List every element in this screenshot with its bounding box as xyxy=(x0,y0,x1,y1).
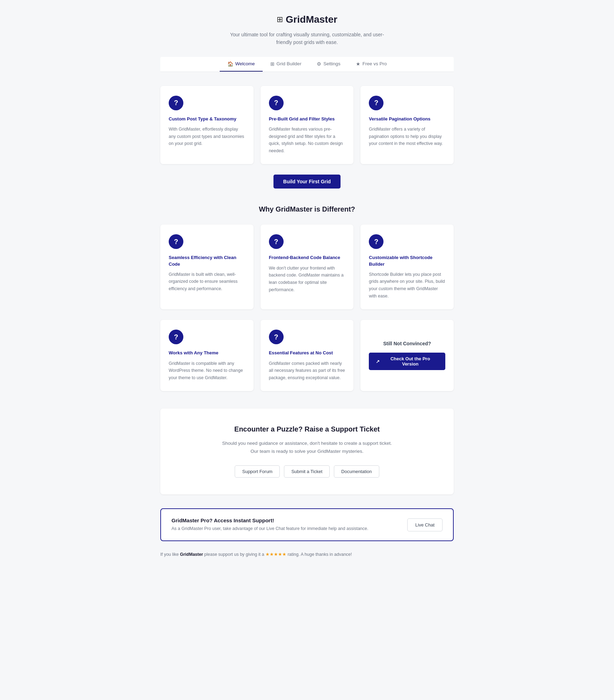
tab-free-vs-pro[interactable]: ★ Free vs Pro xyxy=(348,57,395,72)
cta-section: Build Your First Grid xyxy=(160,175,454,189)
external-link-icon: ↗ xyxy=(376,359,380,364)
question-icon-5: ? xyxy=(269,234,284,249)
support-section-desc: Should you need guidance or assistance, … xyxy=(174,440,440,456)
card-any-theme: ? Works with Any Theme GridMaster is com… xyxy=(160,320,254,391)
why-section-title: Why GridMaster is Different? xyxy=(160,205,454,213)
card-pre-built-grid-desc: GridMaster features various pre-designed… xyxy=(269,126,345,155)
support-section: Encounter a Puzzle? Raise a Support Tick… xyxy=(160,408,454,494)
live-chat-desc: As a GridMaster Pro user, take advantage… xyxy=(171,525,368,532)
card-custom-post-type-title: Custom Post Type & Taxonomy xyxy=(169,116,245,122)
question-icon-3: ? xyxy=(369,96,383,110)
check-out-pro-label: Check Out the Pro Version xyxy=(382,356,438,367)
logo-icon: ⊞ xyxy=(277,15,283,24)
card-code-balance-desc: We don't clutter your frontend with back… xyxy=(269,265,345,294)
card-pagination-title: Versatile Pagination Options xyxy=(369,116,445,122)
tab-settings[interactable]: ⚙ Settings xyxy=(309,57,348,72)
promo-card: Still Not Convinced? ↗ Check Out the Pro… xyxy=(360,320,454,391)
header-subtitle: Your ultimate tool for crafting visually… xyxy=(227,31,387,46)
card-pre-built-grid: ? Pre-Built Grid and Filter Styles GridM… xyxy=(261,86,354,164)
why-cards-top: ? Seamless Efficiency with Clean Code Gr… xyxy=(160,224,454,309)
card-pagination: ? Versatile Pagination Options GridMaste… xyxy=(360,86,454,164)
logo-text: GridMaster xyxy=(286,14,337,25)
card-clean-code-title: Seamless Efficiency with Clean Code xyxy=(169,255,245,267)
why-section: Why GridMaster is Different? ? Seamless … xyxy=(160,205,454,391)
card-free-features-desc: GridMaster comes packed with nearly all … xyxy=(269,360,345,382)
question-icon-1: ? xyxy=(169,96,183,110)
live-chat-info: GridMaster Pro? Access Instant Support! … xyxy=(171,517,368,532)
promo-card-title: Still Not Convinced? xyxy=(383,341,431,346)
build-first-grid-button[interactable]: Build Your First Grid xyxy=(273,175,341,189)
question-icon-2: ? xyxy=(269,96,284,110)
live-chat-title: GridMaster Pro? Access Instant Support! xyxy=(171,517,368,523)
star-icon: ★ xyxy=(356,61,360,67)
card-clean-code-desc: GridMaster is built with clean, well-org… xyxy=(169,271,245,293)
card-code-balance-title: Frontend-Backend Code Balance xyxy=(269,255,345,261)
footer-text-after: please support us by giving it a xyxy=(204,552,264,557)
home-icon: 🏠 xyxy=(227,61,233,67)
why-cards-bottom: ? Works with Any Theme GridMaster is com… xyxy=(160,320,454,391)
card-code-balance: ? Frontend-Backend Code Balance We don't… xyxy=(261,224,354,309)
card-free-features-title: Essential Features at No Cost xyxy=(269,350,345,356)
card-clean-code: ? Seamless Efficiency with Clean Code Gr… xyxy=(160,224,254,309)
footer-note: If you like GridMaster please support us… xyxy=(160,552,454,557)
footer-text-before: If you like xyxy=(160,552,180,557)
tabs-bar: 🏠 Welcome ⊞ Grid Builder ⚙ Settings ★ Fr… xyxy=(160,57,454,72)
card-any-theme-title: Works with Any Theme xyxy=(169,350,245,356)
question-icon-8: ? xyxy=(269,330,284,344)
tab-settings-label: Settings xyxy=(323,61,341,66)
live-chat-banner: GridMaster Pro? Access Instant Support! … xyxy=(160,508,454,541)
card-custom-post-type-desc: With GridMaster, effortlessly display an… xyxy=(169,126,245,147)
tab-grid-builder-label: Grid Builder xyxy=(277,61,301,66)
card-any-theme-desc: GridMaster is compatible with any WordPr… xyxy=(169,360,245,382)
card-pagination-desc: GridMaster offers a variety of paginatio… xyxy=(369,126,445,147)
support-section-title: Encounter a Puzzle? Raise a Support Tick… xyxy=(174,425,440,433)
support-buttons-group: Support Forum Submit a Ticket Documentat… xyxy=(174,465,440,478)
settings-icon: ⚙ xyxy=(317,61,321,67)
check-out-pro-button[interactable]: ↗ Check Out the Pro Version xyxy=(369,353,445,370)
question-icon-6: ? xyxy=(369,234,383,249)
tab-free-vs-pro-label: Free vs Pro xyxy=(363,61,387,66)
question-icon-4: ? xyxy=(169,234,183,249)
submit-ticket-button[interactable]: Submit a Ticket xyxy=(284,465,330,478)
card-free-features: ? Essential Features at No Cost GridMast… xyxy=(261,320,354,391)
card-custom-post-type: ? Custom Post Type & Taxonomy With GridM… xyxy=(160,86,254,164)
card-shortcode-title: Customizable with Shortcode Builder xyxy=(369,255,445,267)
footer-text-end: rating. A huge thanks in advance! xyxy=(287,552,352,557)
footer-brand: GridMaster xyxy=(180,552,203,557)
card-shortcode: ? Customizable with Shortcode Builder Sh… xyxy=(360,224,454,309)
grid-icon: ⊞ xyxy=(270,61,275,67)
tab-grid-builder[interactable]: ⊞ Grid Builder xyxy=(263,57,309,72)
documentation-button[interactable]: Documentation xyxy=(334,465,379,478)
feature-cards-grid: ? Custom Post Type & Taxonomy With GridM… xyxy=(160,86,454,164)
footer-stars: ★★★★★ xyxy=(265,552,286,557)
support-forum-button[interactable]: Support Forum xyxy=(235,465,280,478)
tab-welcome[interactable]: 🏠 Welcome xyxy=(220,57,263,72)
card-pre-built-grid-title: Pre-Built Grid and Filter Styles xyxy=(269,116,345,122)
page-header: ⊞ GridMaster Your ultimate tool for craf… xyxy=(160,14,454,46)
live-chat-button[interactable]: Live Chat xyxy=(407,518,443,531)
logo: ⊞ GridMaster xyxy=(160,14,454,25)
question-icon-7: ? xyxy=(169,330,183,344)
tab-welcome-label: Welcome xyxy=(235,61,255,66)
card-shortcode-desc: Shortcode Builder lets you place post gr… xyxy=(369,271,445,300)
